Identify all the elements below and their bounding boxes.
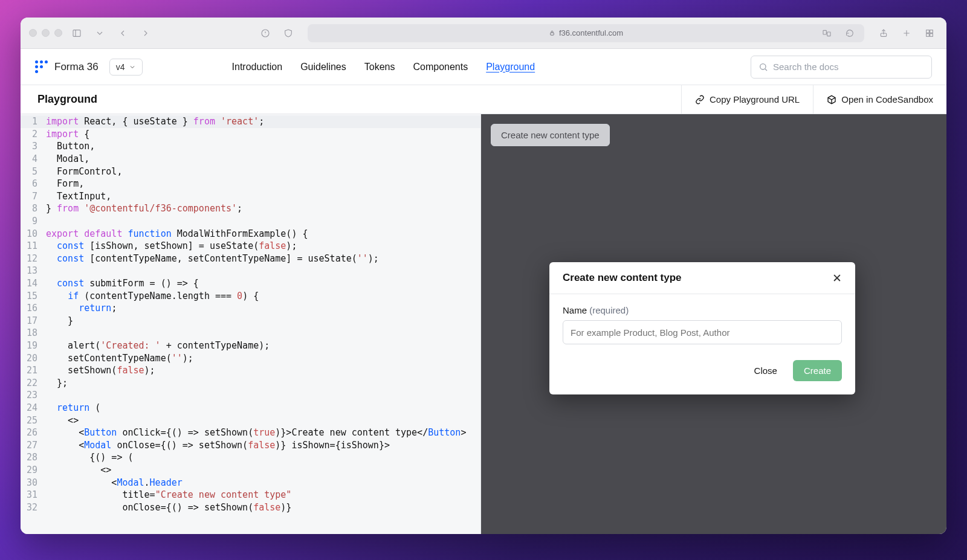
code-line[interactable]: 14 const submitForm = () => {	[21, 277, 480, 290]
translate-icon[interactable]	[818, 25, 835, 41]
nav-introduction[interactable]: Introduction	[232, 62, 283, 72]
line-number: 1	[21, 116, 46, 127]
code-line[interactable]: 27 <Modal onClose={() => setShown(false)…	[21, 439, 480, 451]
code-line[interactable]: 26 <Button onClick={() => setShown(true)…	[21, 426, 480, 439]
code-line[interactable]: 16 return;	[21, 302, 480, 315]
code-line[interactable]: 13	[21, 265, 480, 277]
create-button[interactable]: Create	[793, 360, 842, 381]
back-button[interactable]	[114, 25, 131, 41]
code-line[interactable]: 32 onClose={() => setShown(false)}	[21, 501, 480, 513]
create-content-type-button[interactable]: Create new content type	[491, 124, 610, 146]
code-line[interactable]: 25 <>	[21, 414, 480, 426]
code-line[interactable]: 31 title="Create new content type"	[21, 489, 480, 501]
code-line[interactable]: 21 setShown(false);	[21, 364, 480, 377]
nav-guidelines[interactable]: Guidelines	[300, 62, 346, 72]
copy-url-label: Copy Playground URL	[710, 94, 800, 105]
code-line[interactable]: 7 TextInput,	[21, 190, 480, 203]
code-line[interactable]: 8} from '@contentful/f36-components';	[21, 202, 480, 215]
code-line[interactable]: 6 Form,	[21, 178, 480, 190]
version-selector[interactable]: v4	[109, 59, 143, 76]
copy-url-button[interactable]: Copy Playground URL	[681, 85, 813, 114]
close-button[interactable]: Close	[747, 361, 784, 381]
line-number: 2	[21, 129, 46, 140]
code-line[interactable]: 5 FormControl,	[21, 165, 480, 178]
code-editor[interactable]: 1import React, { useState } from 'react'…	[21, 114, 481, 534]
page-title: Playground	[21, 93, 681, 106]
code-line[interactable]: 18	[21, 327, 480, 340]
code-line[interactable]: 23	[21, 389, 480, 402]
share-icon[interactable]	[875, 25, 892, 41]
brand[interactable]: Forma 36	[35, 60, 99, 74]
window-zoom-icon[interactable]	[54, 29, 62, 37]
svg-rect-6	[823, 30, 826, 34]
code-line[interactable]: 15 if (contentTypeName.length === 0) {	[21, 289, 480, 302]
code-line[interactable]: 17 }	[21, 315, 480, 327]
window-close-icon[interactable]	[29, 29, 37, 37]
code-content: const [contentTypeName, setContentTypeNa…	[46, 253, 379, 264]
svg-rect-0	[73, 30, 80, 36]
code-content: const submitForm = () => {	[46, 278, 199, 289]
playground-toolbar: Playground Copy Playground URL Open in C…	[21, 85, 946, 114]
code-line[interactable]: 3 Button,	[21, 140, 480, 153]
required-text: (required)	[589, 305, 629, 315]
code-content: const [isShown, setShown] = useState(fal…	[46, 240, 297, 251]
code-line[interactable]: 30 <Modal.Header	[21, 476, 480, 489]
code-content: <Modal onClose={() => setShown(false)} i…	[46, 440, 390, 451]
line-number: 20	[21, 353, 46, 364]
code-line[interactable]: 1import React, { useState } from 'react'…	[21, 115, 480, 128]
open-sandbox-button[interactable]: Open in CodeSandbox	[813, 85, 946, 114]
code-line[interactable]: 12 const [contentTypeName, setContentTyp…	[21, 253, 480, 265]
nav-tokens[interactable]: Tokens	[364, 62, 395, 72]
code-content: title="Create new content type"	[46, 489, 291, 500]
sidebar-toggle-icon[interactable]	[68, 25, 85, 41]
code-content: {() => (	[46, 452, 134, 463]
name-input[interactable]	[563, 320, 842, 344]
svg-rect-13	[927, 33, 930, 36]
code-line[interactable]: 24 return (	[21, 402, 480, 414]
code-line[interactable]: 11 const [isShown, setShown] = useState(…	[21, 240, 480, 253]
code-line[interactable]: 19 alert('Created: ' + contentTypeName);	[21, 340, 480, 352]
code-content: setContentTypeName('');	[46, 353, 193, 364]
chevron-down-icon[interactable]	[91, 25, 108, 41]
code-line[interactable]: 4 Modal,	[21, 153, 480, 166]
search-icon	[758, 62, 768, 72]
tab-overview-icon[interactable]	[921, 25, 938, 41]
privacy-report-icon[interactable]	[257, 25, 274, 41]
code-line[interactable]: 22 };	[21, 376, 480, 389]
modal-actions: Close Create	[563, 360, 842, 381]
window-minimize-icon[interactable]	[42, 29, 50, 37]
code-line[interactable]: 2import {	[21, 128, 480, 141]
code-line[interactable]: 28 {() => (	[21, 451, 480, 464]
code-line[interactable]: 29 <>	[21, 464, 480, 477]
code-line[interactable]: 20 setContentTypeName('');	[21, 352, 480, 364]
code-line[interactable]: 9	[21, 215, 480, 228]
nav-components[interactable]: Components	[413, 62, 468, 72]
modal-title: Create new content type	[563, 272, 682, 284]
svg-point-15	[760, 63, 766, 69]
svg-rect-12	[930, 30, 933, 33]
window-controls	[29, 29, 62, 37]
line-number: 26	[21, 427, 46, 438]
address-text: f36.contentful.com	[559, 28, 623, 37]
line-number: 15	[21, 291, 46, 301]
nav-playground[interactable]: Playground	[486, 62, 535, 72]
logo-icon	[35, 60, 48, 74]
search-input[interactable]: Search the docs	[751, 56, 932, 79]
forward-button[interactable]	[137, 25, 154, 41]
line-number: 31	[21, 489, 46, 500]
code-content: return;	[46, 303, 117, 314]
new-tab-icon[interactable]	[898, 25, 915, 41]
brand-name: Forma 36	[54, 61, 99, 73]
shield-icon[interactable]	[280, 25, 297, 41]
line-number: 17	[21, 315, 46, 326]
preview-pane: Create new content type Create new conte…	[481, 114, 946, 534]
code-content: onClose={() => setShown(false)}	[46, 502, 291, 513]
line-number: 18	[21, 327, 46, 338]
code-line[interactable]: 10export default function ModalWithFormE…	[21, 227, 480, 240]
code-content: }	[46, 315, 73, 326]
address-bar[interactable]: f36.contentful.com	[308, 24, 864, 42]
svg-rect-14	[930, 33, 933, 36]
code-content: <Button onClick={() => setShown(true)}>C…	[46, 427, 466, 438]
reload-icon[interactable]	[841, 25, 858, 41]
close-icon[interactable]: ✕	[832, 272, 842, 284]
